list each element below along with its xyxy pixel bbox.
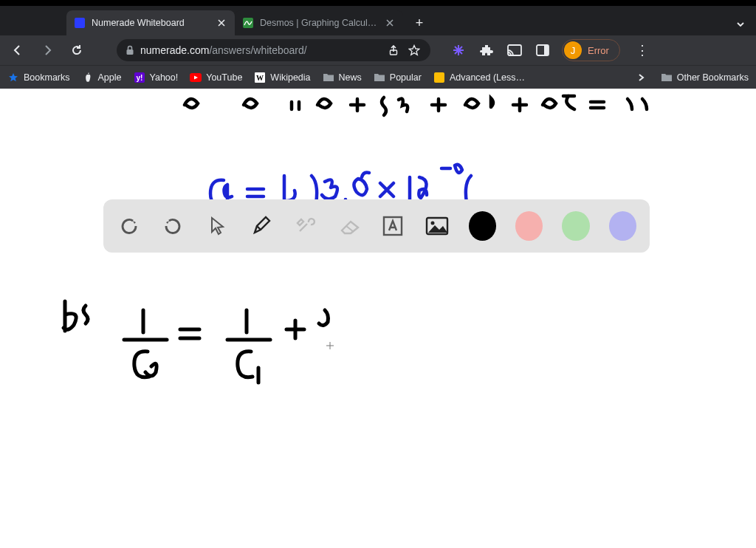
page-content [0,89,756,548]
bookmarks-overflow-icon[interactable] [633,73,649,82]
tab-title: Numerade Whiteboard [92,18,210,28]
color-green[interactable] [562,211,589,241]
svg-rect-0 [75,18,85,28]
apple-icon [82,72,94,83]
svg-rect-2 [127,49,134,55]
tab-favicon-numerade [74,17,86,29]
profile-chip[interactable]: J Error [562,39,620,61]
avatar: J [564,41,582,59]
extensions-icon[interactable] [478,41,495,59]
browser-toolbar: numerade.com/answers/whiteboard/ J Error… [0,35,756,65]
extension-icon-asterisk[interactable] [450,41,467,59]
folder-icon [661,72,673,83]
bookmark-wikipedia[interactable]: W Wikipedia [254,72,310,83]
color-purple[interactable] [609,211,636,241]
youtube-icon [190,72,202,83]
kebab-menu-icon[interactable]: ⋮ [632,40,653,61]
redo-button[interactable] [161,213,186,239]
bookmark-popular[interactable]: Popular [374,72,422,83]
back-button[interactable] [6,38,30,62]
cast-icon[interactable] [506,41,523,59]
tab-favicon-desmos [242,17,254,29]
wikipedia-icon: W [254,72,266,83]
lock-icon [126,45,134,55]
other-bookmarks[interactable]: Other Bookmarks [661,72,749,83]
undo-button[interactable] [117,213,142,239]
yahoo-icon: y! [134,72,145,83]
bookmark-yahoo[interactable]: y! Yahoo! [134,72,179,83]
svg-rect-16 [434,72,444,83]
profile-status: Error [588,45,609,56]
new-tab-button[interactable]: + [409,13,430,33]
forward-button[interactable] [35,38,59,62]
tab-title: Desmos | Graphing Calculator [260,18,378,28]
tab-strip: Numerade Whiteboard Desmos | Graphing Ca… [0,6,756,35]
side-panel-icon[interactable] [534,41,551,59]
color-pink[interactable] [515,211,543,241]
folder-icon [374,72,385,83]
square-icon [433,72,445,83]
svg-point-25 [430,222,434,225]
close-icon[interactable] [216,17,227,29]
bookmark-youtube[interactable]: YouTube [190,72,242,83]
share-icon[interactable] [386,43,401,58]
color-black[interactable] [469,211,496,241]
svg-text:W: W [256,74,264,82]
close-icon[interactable] [384,17,396,29]
folder-icon [323,72,334,83]
image-tool[interactable] [425,213,450,239]
bookmark-bookmarks[interactable]: Bookmarks [7,72,70,83]
pointer-tool[interactable] [205,213,230,239]
bookmark-apple[interactable]: Apple [82,72,122,83]
whiteboard-canvas[interactable] [0,89,756,548]
star-icon [7,72,19,83]
eraser-tool[interactable] [337,213,362,239]
bookmarks-bar: Bookmarks Apple y! Yahoo! YouTube W Wiki… [0,65,756,89]
whiteboard-toolbar [103,199,650,253]
tools-button[interactable] [292,213,317,239]
bookmark-advanced[interactable]: Advanced (Less… [433,72,525,83]
reload-button[interactable] [65,38,89,62]
tab-desmos[interactable]: Desmos | Graphing Calculator [235,10,403,35]
omnibox[interactable]: numerade.com/answers/whiteboard/ [117,39,430,61]
pen-tool[interactable] [249,213,274,239]
svg-text:y!: y! [136,74,142,82]
bookmark-news[interactable]: News [323,72,362,83]
tab-numerade[interactable]: Numerade Whiteboard [66,10,235,35]
svg-rect-10 [544,45,549,55]
window-chevron-icon[interactable] [735,19,756,35]
omnibox-url: numerade.com/answers/whiteboard/ [140,44,380,56]
svg-line-22 [346,226,354,232]
star-icon[interactable] [407,43,422,58]
text-tool[interactable] [381,213,406,239]
